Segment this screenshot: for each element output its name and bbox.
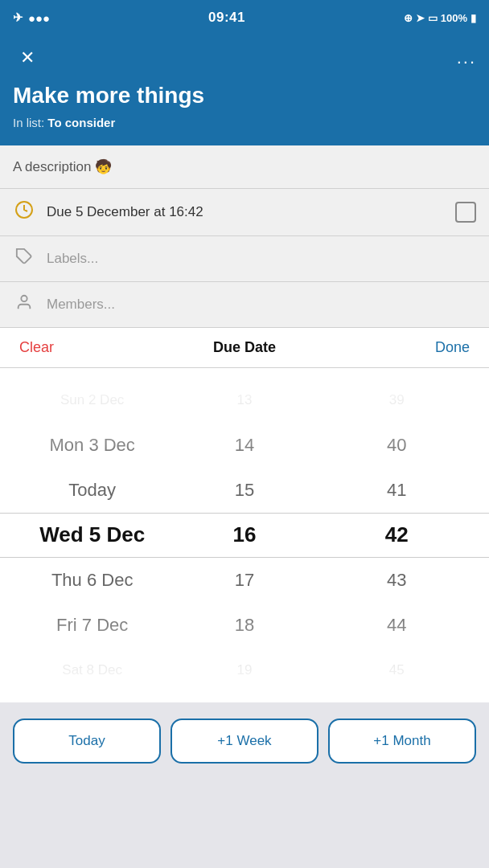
picker-item[interactable]: Thu 6 Dec bbox=[16, 558, 168, 603]
minute-column[interactable]: 39404142434445 bbox=[321, 378, 473, 693]
picker-item[interactable]: 40 bbox=[321, 423, 473, 468]
picker-item[interactable]: 43 bbox=[321, 558, 473, 603]
picker-item[interactable]: 13 bbox=[168, 378, 320, 423]
description-text: A description 🧒 bbox=[13, 159, 112, 174]
members-row[interactable]: Members... bbox=[0, 282, 489, 328]
picker-item[interactable]: Sun 2 Dec bbox=[16, 378, 168, 423]
picker-item[interactable]: 15 bbox=[168, 468, 320, 513]
battery-icon: ▮ bbox=[471, 12, 476, 24]
screen-icon: ▭ bbox=[428, 12, 438, 24]
picker-item[interactable]: 39 bbox=[321, 378, 473, 423]
picker-item[interactable]: 44 bbox=[321, 603, 473, 648]
in-list-label: In list: bbox=[13, 116, 44, 129]
person-icon bbox=[13, 293, 35, 316]
status-time: 09:41 bbox=[208, 10, 245, 26]
members-text: Members... bbox=[47, 297, 476, 313]
picker-item[interactable]: Mon 3 Dec bbox=[16, 423, 168, 468]
more-button[interactable]: ... bbox=[457, 47, 476, 68]
bottom-buttons: Today +1 Week +1 Month bbox=[0, 702, 489, 788]
description-row[interactable]: A description 🧒 bbox=[0, 145, 489, 189]
due-date-text: Due 5 December at 16:42 bbox=[47, 204, 444, 220]
battery-percent: 100% bbox=[441, 12, 467, 24]
picker-item[interactable]: Today bbox=[16, 468, 168, 513]
picker-item[interactable]: Fri 7 Dec bbox=[16, 603, 168, 648]
picker-item[interactable]: 18 bbox=[168, 603, 320, 648]
picker-item[interactable]: Sat 8 Dec bbox=[16, 648, 168, 693]
due-date-row[interactable]: Due 5 December at 16:42 bbox=[0, 189, 489, 236]
label-icon bbox=[13, 248, 35, 270]
status-right: ⊕ ➤ ▭ 100% ▮ bbox=[404, 12, 476, 24]
airplane-icon: ✈ bbox=[13, 10, 23, 25]
picker-item[interactable]: Wed 5 Dec bbox=[16, 513, 168, 558]
clock-icon bbox=[13, 200, 35, 224]
signal-bars: ●●● bbox=[28, 11, 50, 25]
month-button[interactable]: +1 Month bbox=[328, 719, 476, 764]
clear-button[interactable]: Clear bbox=[19, 339, 54, 356]
today-button[interactable]: Today bbox=[13, 719, 161, 764]
picker-item[interactable]: 16 bbox=[168, 513, 320, 558]
due-date-checkbox[interactable] bbox=[455, 202, 476, 223]
picker-columns: Sun 2 DecMon 3 DecTodayWed 5 DecThu 6 De… bbox=[0, 378, 489, 693]
task-list-info: In list: To consider bbox=[13, 116, 476, 129]
week-button[interactable]: +1 Week bbox=[171, 719, 318, 764]
picker-item[interactable]: 41 bbox=[321, 468, 473, 513]
picker-header: Clear Due Date Done bbox=[0, 328, 489, 368]
date-column[interactable]: Sun 2 DecMon 3 DecTodayWed 5 DecThu 6 De… bbox=[16, 378, 168, 693]
picker-item[interactable]: 17 bbox=[168, 558, 320, 603]
labels-text: Labels... bbox=[47, 251, 476, 267]
task-header: ✕ ... Make more things In list: To consi… bbox=[0, 35, 489, 145]
picker-item[interactable]: 14 bbox=[168, 423, 320, 468]
header-top: ✕ ... bbox=[13, 43, 476, 72]
location-icon: ⊕ bbox=[404, 12, 413, 24]
labels-row[interactable]: Labels... bbox=[0, 236, 489, 282]
picker-wheel[interactable]: Sun 2 DecMon 3 DecTodayWed 5 DecThu 6 De… bbox=[0, 368, 489, 702]
picker-item[interactable]: 45 bbox=[321, 648, 473, 693]
status-left: ✈ ●●● bbox=[13, 10, 50, 25]
list-name: To consider bbox=[47, 116, 115, 129]
picker-item[interactable]: 42 bbox=[321, 513, 473, 558]
task-title: Make more things bbox=[13, 82, 476, 109]
done-button[interactable]: Done bbox=[435, 339, 470, 356]
nav-icon: ➤ bbox=[416, 12, 425, 24]
status-bar: ✈ ●●● 09:41 ⊕ ➤ ▭ 100% ▮ bbox=[0, 0, 489, 35]
picker-item[interactable]: 19 bbox=[168, 648, 320, 693]
svg-point-2 bbox=[21, 295, 27, 301]
close-button[interactable]: ✕ bbox=[13, 43, 42, 72]
picker-title: Due Date bbox=[213, 339, 276, 356]
hour-column[interactable]: 13141516171819 bbox=[168, 378, 320, 693]
